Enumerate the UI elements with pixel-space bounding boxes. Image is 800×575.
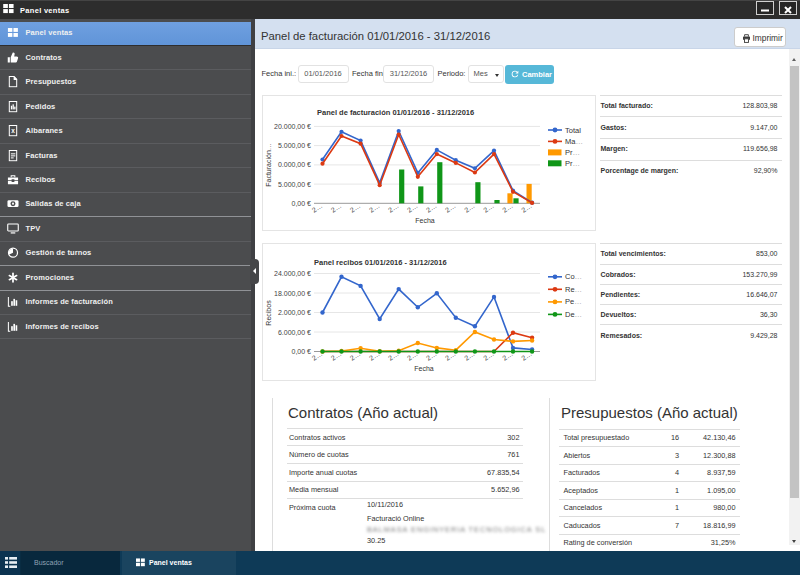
svg-text:Ma…: Ma…: [565, 137, 583, 146]
svg-text:Pr…: Pr…: [565, 148, 580, 157]
svg-text:Facturación…: Facturación…: [265, 143, 272, 187]
svg-text:Pr…: Pr…: [565, 159, 580, 168]
svg-text:0,00 €: 0,00 €: [292, 200, 312, 207]
svg-text:Pe…: Pe…: [565, 297, 582, 306]
svg-text:0,00 €: 0,00 €: [292, 348, 312, 355]
svg-text:6.000,00 €: 6.000,00 €: [278, 328, 311, 335]
svg-text:Fecha: Fecha: [415, 217, 435, 224]
svg-text:Total: Total: [565, 126, 581, 135]
svg-text:Recibos: Recibos: [265, 299, 272, 325]
svg-text:24.000,00 €: 24.000,00 €: [274, 270, 311, 277]
svg-text:Fecha: Fecha: [414, 364, 434, 371]
svg-text:18.000,00 €: 18.000,00 €: [274, 289, 311, 296]
svg-text:Panel de facturación 01/01/201: Panel de facturación 01/01/2016 - 31/12/…: [317, 108, 474, 117]
svg-text:Re…: Re…: [565, 284, 582, 293]
svg-text:0.000,00 €: 0.000,00 €: [278, 161, 311, 168]
svg-text:5.000,00 €: 5.000,00 €: [278, 181, 311, 188]
svg-text:20.000,00 €: 20.000,00 €: [274, 123, 311, 130]
svg-text:x: x: [11, 128, 15, 135]
svg-text:2.000,00 €: 2.000,00 €: [278, 309, 311, 316]
svg-text:De…: De…: [565, 309, 582, 318]
svg-text:Panel recibos 01/01/2016 - 31/: Panel recibos 01/01/2016 - 31/12/2016: [314, 257, 447, 266]
svg-text:5.000,00 €: 5.000,00 €: [278, 142, 311, 149]
svg-text:Co…: Co…: [565, 272, 582, 281]
